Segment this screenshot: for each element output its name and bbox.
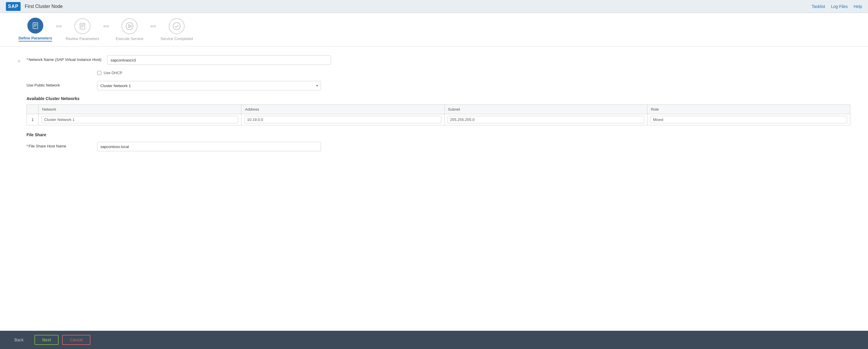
define-icon bbox=[27, 18, 43, 34]
execute-icon bbox=[122, 18, 137, 34]
network-name-input[interactable] bbox=[107, 55, 331, 65]
network-name-label-text: Network Name (SAP Virtual Instance Host) bbox=[29, 57, 101, 62]
col-address: Address bbox=[242, 105, 444, 114]
file-share-required: * bbox=[27, 144, 28, 148]
row-network-input[interactable] bbox=[41, 116, 238, 123]
arrow-1: »» bbox=[56, 23, 62, 36]
execute-label: Execute Service bbox=[116, 36, 144, 41]
svg-rect-0 bbox=[33, 23, 38, 29]
row-num: 1 bbox=[27, 114, 38, 125]
public-network-select[interactable]: Cluster Network 1 bbox=[97, 81, 321, 90]
svg-point-10 bbox=[173, 23, 180, 30]
review-icon bbox=[74, 18, 90, 34]
header: SAP First Cluster Node Tasklist Log File… bbox=[0, 0, 868, 13]
file-share-host-row: *File Share Host Name bbox=[27, 142, 850, 151]
row-role-cell bbox=[647, 114, 850, 125]
review-label: Review Parameters bbox=[66, 36, 99, 41]
cluster-networks-table: Network Address Subnet Role 1 bbox=[27, 104, 850, 125]
file-share-host-label-text: File Share Host Name bbox=[29, 144, 66, 148]
file-share-heading: File Share bbox=[27, 132, 850, 137]
use-dhcp-checkbox[interactable] bbox=[97, 71, 101, 75]
row-network-cell bbox=[38, 114, 242, 125]
header-left: SAP First Cluster Node bbox=[6, 2, 63, 11]
network-name-required: * bbox=[27, 57, 28, 62]
wizard-step-define[interactable]: Define Parameters bbox=[18, 18, 53, 41]
col-subnet: Subnet bbox=[444, 105, 647, 114]
available-cluster-heading: Available Cluster Networks bbox=[27, 96, 850, 101]
network-name-label: *Network Name (SAP Virtual Instance Host… bbox=[27, 55, 101, 62]
completed-label: Service Completed bbox=[160, 36, 193, 41]
next-button[interactable]: Next bbox=[34, 335, 59, 345]
form-area: *Network Name (SAP Virtual Instance Host… bbox=[27, 55, 850, 322]
help-link[interactable]: Help bbox=[854, 4, 862, 9]
wizard-step-review[interactable]: Review Parameters bbox=[65, 18, 100, 41]
use-dhcp-row: Use DHCP bbox=[97, 71, 850, 75]
tasklist-link[interactable]: Tasklist bbox=[811, 4, 825, 9]
main-content: » *Network Name (SAP Virtual Instance Ho… bbox=[0, 46, 868, 331]
arrow-3: »» bbox=[150, 23, 156, 36]
wizard-step-execute[interactable]: Execute Service bbox=[112, 18, 147, 41]
col-network: Network bbox=[38, 105, 242, 114]
network-name-row: *Network Name (SAP Virtual Instance Host… bbox=[27, 55, 850, 65]
use-public-network-label: Use Public Network bbox=[27, 81, 91, 88]
table-header: Network Address Subnet Role bbox=[27, 105, 850, 114]
col-role: Role bbox=[647, 105, 850, 114]
header-nav: Tasklist Log Files Help bbox=[811, 4, 862, 9]
svg-marker-9 bbox=[129, 25, 132, 28]
wizard-step-completed[interactable]: Service Completed bbox=[159, 18, 194, 41]
table-row: 1 bbox=[27, 114, 850, 125]
table-body: 1 bbox=[27, 114, 850, 125]
row-subnet-input[interactable] bbox=[447, 116, 644, 123]
row-address-input[interactable] bbox=[244, 116, 441, 123]
sap-logo: SAP bbox=[6, 2, 21, 11]
define-label: Define Parameters bbox=[19, 36, 52, 41]
sap-logo-text: SAP bbox=[8, 4, 19, 9]
row-address-cell bbox=[242, 114, 444, 125]
footer: Back Next Cancel bbox=[0, 331, 868, 349]
side-expand-arrow[interactable]: » bbox=[18, 55, 27, 322]
logfiles-link[interactable]: Log Files bbox=[831, 4, 848, 9]
public-network-select-wrapper: Cluster Network 1 ▾ bbox=[97, 81, 321, 90]
svg-rect-4 bbox=[80, 23, 85, 29]
use-dhcp-label: Use DHCP bbox=[104, 71, 123, 75]
completed-icon bbox=[169, 18, 185, 34]
file-share-host-label: *File Share Host Name bbox=[27, 142, 91, 149]
wizard-bar: Define Parameters »» Review Parameters »… bbox=[0, 13, 868, 46]
col-num bbox=[27, 105, 38, 114]
row-subnet-cell bbox=[444, 114, 647, 125]
page-title: First Cluster Node bbox=[25, 4, 63, 9]
arrow-2: »» bbox=[103, 23, 109, 36]
use-public-network-row: Use Public Network Cluster Network 1 ▾ bbox=[27, 81, 850, 90]
row-role-input[interactable] bbox=[650, 116, 847, 123]
file-share-host-input[interactable] bbox=[97, 142, 321, 151]
back-button[interactable]: Back bbox=[7, 335, 31, 345]
cancel-button[interactable]: Cancel bbox=[62, 335, 90, 345]
